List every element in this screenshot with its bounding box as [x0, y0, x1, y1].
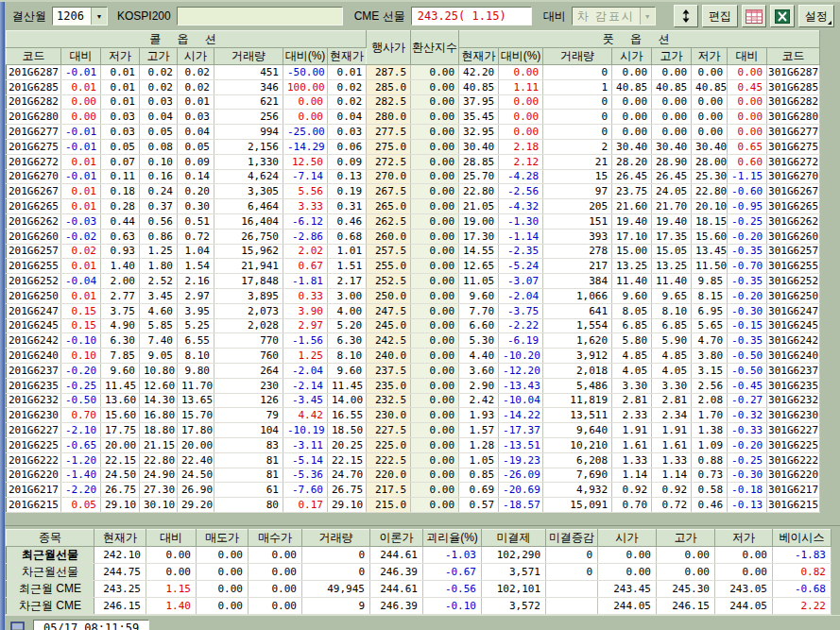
call-volume-cell[interactable]: 17,848 — [214, 274, 283, 289]
chain-row[interactable]: 201G62300.7015.6016.8015.70794.4216.5523… — [7, 408, 820, 423]
put-low-cell[interactable]: 30.40 — [692, 139, 728, 154]
excel-export-button[interactable] — [770, 5, 795, 27]
put-change-pct-cell[interactable]: -1.14 — [499, 229, 543, 244]
put-change-pct-cell[interactable]: -2.22 — [499, 318, 543, 333]
put-open-cell[interactable]: 2.33 — [612, 408, 652, 423]
put-open-cell[interactable]: 4.05 — [612, 363, 652, 378]
call-price-cell[interactable]: 29.10 — [328, 498, 367, 513]
call-price-cell[interactable]: 0.31 — [328, 199, 367, 214]
put-high-cell[interactable]: 4.05 — [652, 363, 692, 378]
call-volume-cell[interactable]: 104 — [214, 423, 283, 438]
oi-change-cell[interactable] — [546, 597, 598, 614]
put-price-cell[interactable]: 35.45 — [459, 110, 499, 125]
put-price-cell[interactable]: 40.85 — [459, 79, 499, 94]
call-change-cell[interactable]: -0.65 — [61, 437, 101, 452]
call-change-pct-cell[interactable]: 1.25 — [283, 349, 328, 364]
put-high-cell[interactable]: 11.40 — [652, 274, 692, 289]
put-change-cell[interactable]: 0.00 — [728, 110, 767, 125]
call-price-cell[interactable]: 18.50 — [328, 423, 367, 438]
call-open-cell[interactable]: 0.03 — [178, 110, 214, 125]
call-high-cell[interactable]: 30.10 — [140, 498, 178, 513]
put-low-cell[interactable]: 0.88 — [692, 452, 728, 468]
call-open-cell[interactable]: 0.09 — [178, 154, 214, 169]
put-price-cell[interactable]: 25.70 — [459, 169, 499, 184]
chain-row[interactable]: 201G62670.010.180.240.203,3055.560.19267… — [7, 184, 820, 199]
call-code-cell[interactable]: 201G6282 — [7, 94, 61, 110]
call-code-cell[interactable]: 201G6267 — [7, 184, 61, 199]
conv-index-cell[interactable]: 0.00 — [411, 125, 459, 140]
call-open-cell[interactable]: 26.90 — [178, 483, 214, 498]
put-low-cell[interactable]: 1.09 — [692, 437, 728, 452]
call-price-cell[interactable]: 0.03 — [328, 125, 367, 140]
chain-row[interactable]: 201G62400.107.859.058.107601.258.10240.0… — [7, 349, 820, 364]
conv-index-cell[interactable]: 0.00 — [411, 244, 459, 259]
call-change-cell[interactable]: 0.02 — [61, 244, 101, 259]
change-cell[interactable]: 1.40 — [146, 597, 197, 614]
put-code-cell[interactable]: 301G6215 — [767, 498, 820, 513]
conv-index-cell[interactable]: 0.00 — [411, 349, 459, 364]
put-open-cell[interactable]: 2.81 — [612, 393, 652, 408]
put-change-cell[interactable]: -0.35 — [728, 274, 767, 289]
put-open-cell[interactable]: 40.85 — [612, 79, 652, 94]
call-open-cell[interactable]: 15.70 — [178, 408, 214, 423]
low-cell[interactable]: 0.00 — [715, 563, 773, 580]
conv-index-cell[interactable]: 0.00 — [411, 303, 459, 318]
call-change-pct-cell[interactable]: 0.33 — [283, 288, 328, 303]
chain-row[interactable]: 201G6252-0.042.002.522.1617,848-1.812.17… — [7, 274, 820, 289]
put-high-cell[interactable]: 26.45 — [652, 169, 692, 184]
chain-row[interactable]: 201G6237-0.209.6010.809.80264-2.049.6023… — [7, 363, 820, 378]
strike-cell[interactable]: 280.0 — [367, 110, 411, 125]
put-price-cell[interactable]: 22.80 — [459, 184, 499, 199]
call-change-cell[interactable]: -0.50 — [61, 393, 101, 408]
call-open-cell[interactable]: 0.01 — [178, 94, 214, 110]
put-high-cell[interactable]: 21.70 — [652, 199, 692, 214]
put-open-cell[interactable]: 3.30 — [612, 378, 652, 393]
call-low-cell[interactable]: 4.90 — [101, 318, 140, 333]
put-open-cell[interactable]: 0.00 — [612, 65, 652, 80]
settings-button[interactable]: 설정 — [798, 5, 834, 27]
put-change-pct-cell[interactable]: 2.18 — [499, 139, 543, 154]
call-volume-cell[interactable]: 770 — [214, 333, 283, 349]
call-price-cell[interactable]: 16.55 — [328, 408, 367, 423]
call-high-cell[interactable]: 0.08 — [140, 139, 178, 154]
call-code-cell[interactable]: 201G6227 — [7, 423, 61, 438]
call-low-cell[interactable]: 3.75 — [101, 303, 140, 318]
call-change-pct-cell[interactable]: 12.50 — [283, 154, 328, 169]
put-volume-cell[interactable]: 15,091 — [543, 498, 612, 513]
volume-cell[interactable]: 9 — [302, 597, 370, 614]
put-high-cell[interactable]: 0.72 — [652, 498, 692, 513]
call-low-cell[interactable]: 20.00 — [101, 437, 140, 452]
call-change-pct-cell[interactable]: -2.86 — [283, 229, 328, 244]
call-price-cell[interactable]: 1.51 — [328, 259, 367, 274]
put-change-cell[interactable]: 0.60 — [728, 154, 767, 169]
conv-index-cell[interactable]: 0.00 — [411, 363, 459, 378]
put-low-cell[interactable]: 2.08 — [692, 393, 728, 408]
call-open-cell[interactable]: 1.04 — [178, 244, 214, 259]
call-low-cell[interactable]: 2.77 — [101, 288, 140, 303]
low-cell[interactable]: 243.05 — [715, 580, 773, 597]
settlement-month-combo[interactable]: 1206 ▼ — [52, 7, 108, 26]
put-change-cell[interactable]: -0.30 — [728, 303, 767, 318]
open-interest-cell[interactable]: 3,571 — [482, 563, 546, 580]
call-high-cell[interactable]: 12.60 — [140, 378, 178, 393]
put-volume-cell[interactable]: 3,912 — [543, 349, 612, 364]
call-code-cell[interactable]: 201G6287 — [7, 65, 61, 80]
put-change-pct-cell[interactable]: -2.56 — [499, 184, 543, 199]
call-code-cell[interactable]: 201G6220 — [7, 468, 61, 483]
call-change-pct-cell[interactable]: 2.02 — [283, 244, 328, 259]
put-change-cell[interactable]: -0.15 — [728, 318, 767, 333]
put-change-pct-cell[interactable]: -13.51 — [499, 437, 543, 452]
chain-row[interactable]: 201G62800.000.030.040.032560.000.04280.0… — [7, 110, 820, 125]
call-open-cell[interactable]: 13.65 — [178, 393, 214, 408]
conv-index-cell[interactable]: 0.00 — [411, 259, 459, 274]
put-change-cell[interactable]: -0.70 — [728, 259, 767, 274]
call-high-cell[interactable]: 14.30 — [140, 393, 178, 408]
call-price-cell[interactable]: 26.75 — [328, 483, 367, 498]
grid-button[interactable] — [742, 5, 766, 27]
conv-index-cell[interactable]: 0.00 — [411, 199, 459, 214]
call-open-cell[interactable]: 2.97 — [178, 288, 214, 303]
put-price-cell[interactable]: 5.30 — [459, 333, 499, 349]
put-price-cell[interactable]: 6.60 — [459, 318, 499, 333]
call-change-cell[interactable]: 0.15 — [61, 303, 101, 318]
put-volume-cell[interactable]: 1 — [543, 79, 612, 94]
